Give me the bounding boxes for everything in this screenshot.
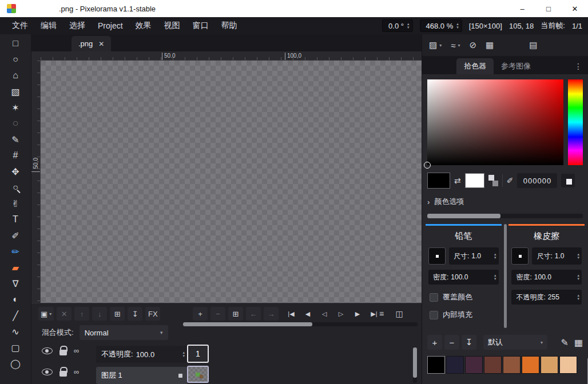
minimize-button[interactable]: – — [509, 0, 535, 17]
tool-bucket[interactable]: ∇ — [7, 276, 24, 291]
palette-swatch[interactable] — [559, 356, 577, 374]
layer-name-field[interactable]: 图层 1 — [96, 367, 188, 384]
menu-view[interactable]: 视图 — [158, 17, 186, 34]
eye-icon[interactable] — [42, 347, 53, 354]
timeline-vertical-scrollbar[interactable] — [413, 347, 417, 383]
tool-zoom[interactable]: ○ — [7, 180, 24, 195]
merge-layer-button[interactable]: ↧ — [128, 307, 142, 321]
remove-frame-button[interactable]: − — [210, 307, 225, 321]
pixel-perfect-icon[interactable]: ⊘ — [469, 40, 476, 50]
spin-down-icon[interactable]: ▾ — [577, 256, 579, 259]
move-frame-right-button[interactable]: → — [264, 307, 279, 321]
onion-settings-button[interactable]: ≡ — [374, 307, 389, 321]
kebab-menu-icon[interactable]: ⋮ — [574, 62, 588, 74]
spin-down-icon[interactable]: ▾ — [456, 26, 459, 29]
eraser-opacity-spinbox[interactable]: 不透明度: 255 ▴▾ — [511, 290, 582, 305]
brush-type-button[interactable] — [511, 247, 529, 265]
fill-inside-checkbox[interactable]: 内部填充 — [430, 310, 498, 320]
primary-color-swatch[interactable] — [427, 173, 450, 189]
tab-color-picker[interactable]: 拾色器 — [456, 58, 494, 74]
menu-edit[interactable]: 编辑 — [34, 17, 63, 34]
menu-help[interactable]: 帮助 — [215, 17, 244, 34]
color-mode-button[interactable] — [561, 174, 575, 187]
palette-swatch[interactable] — [427, 356, 445, 374]
maximize-button[interactable]: □ — [535, 0, 562, 17]
hex-color-input[interactable]: 000000 — [517, 173, 557, 188]
link-cels-icon[interactable]: ∞ — [74, 346, 79, 355]
menu-file[interactable]: 文件 — [6, 17, 34, 34]
tool-magic-wand[interactable]: ✶ — [7, 100, 24, 115]
color-cursor[interactable] — [424, 162, 431, 169]
vertical-ruler[interactable]: 50,0 — [31, 61, 41, 303]
onion-skinning-button[interactable]: ◫ — [392, 307, 407, 321]
move-frame-left-button[interactable]: ← — [246, 307, 261, 321]
symmetry-options-button[interactable]: ▨ ▾ — [429, 40, 442, 50]
remove-layer-button[interactable]: ✕ — [57, 307, 71, 321]
tool-pencil[interactable]: ✏ — [7, 244, 24, 259]
palette-swatch[interactable] — [484, 356, 502, 374]
next-frame-button[interactable]: ▶ — [351, 307, 364, 321]
edit-palette-icon[interactable]: ✎ — [561, 337, 568, 348]
add-palette-button[interactable]: + — [427, 335, 442, 350]
canvas-tab[interactable]: .png ✕ — [71, 36, 111, 51]
tool-eraser[interactable]: ▰ — [7, 260, 24, 275]
play-backwards-button[interactable]: ◁ — [317, 307, 331, 321]
palette-swatch[interactable] — [446, 356, 464, 374]
spin-down-icon[interactable]: ▾ — [407, 26, 410, 29]
play-button[interactable]: ▷ — [334, 307, 348, 321]
move-layer-up-button[interactable]: ↑ — [74, 307, 89, 321]
eye-icon[interactable] — [42, 369, 53, 375]
pencil-density-spinbox[interactable]: 密度: 100.0 ▴▾ — [428, 270, 499, 285]
spin-down-icon[interactable]: ▾ — [494, 277, 496, 281]
canvas[interactable] — [41, 61, 422, 303]
horizontal-ruler[interactable]: 50.0 100,0 — [41, 51, 422, 61]
dynamics-options-button[interactable]: ≈ ▾ — [451, 41, 460, 50]
eraser-density-spinbox[interactable]: 密度: 100.0 ▴▾ — [511, 270, 582, 285]
tab-reference-images[interactable]: 参考图像 — [494, 58, 538, 74]
eyedropper-icon[interactable]: ✐ — [507, 176, 514, 185]
scrollbar-thumb[interactable] — [413, 347, 417, 378]
palette-select[interactable]: 默认 ▾ — [483, 335, 547, 350]
tool-ellipse[interactable]: ◯ — [7, 356, 24, 371]
tool-select-by-color[interactable]: ▧ — [7, 84, 24, 99]
reset-colors-button[interactable] — [488, 175, 498, 186]
close-icon[interactable]: ✕ — [98, 40, 104, 48]
tool-rectangle-select[interactable]: □ — [7, 36, 24, 51]
tool-line[interactable]: ╱ — [7, 308, 24, 323]
clone-layer-button[interactable]: ⊞ — [110, 307, 125, 321]
tool-shading[interactable]: ◐ — [7, 292, 24, 307]
blend-mode-select[interactable]: Normal ▾ — [80, 325, 168, 340]
stamp-icon[interactable]: ▤ — [529, 40, 537, 50]
scrollbar-thumb[interactable] — [504, 224, 507, 328]
scrollbar-thumb[interactable] — [183, 322, 312, 326]
zoom-spinbox[interactable]: 468.0 % ▴▾ — [420, 19, 462, 32]
color-options-expander[interactable]: › 颜色选项 — [427, 197, 583, 207]
palette-swatch[interactable] — [522, 356, 539, 374]
palette-grid-icon[interactable]: ▦ — [574, 337, 583, 348]
add-layer-button[interactable]: ▣ ▾ — [38, 307, 54, 321]
spin-down-icon[interactable]: ▾ — [577, 277, 579, 281]
palette-swatch[interactable] — [503, 356, 521, 374]
tool-polygon-select[interactable]: ⌂ — [7, 68, 24, 83]
layer-opacity-spinbox[interactable]: 不透明度: 100.0 ▴▾ — [96, 346, 188, 363]
spin-down-icon[interactable]: ▾ — [577, 297, 579, 301]
layer-fx-button[interactable]: FX — [145, 307, 160, 321]
hue-slider[interactable] — [568, 79, 583, 165]
remove-palette-button[interactable]: − — [444, 335, 459, 350]
cel-thumbnail[interactable] — [187, 366, 209, 383]
tool-crop[interactable]: # — [7, 148, 24, 163]
move-layer-down-button[interactable]: ↓ — [92, 307, 107, 321]
previous-frame-button[interactable]: ◀ — [301, 307, 315, 321]
scrollbar-thumb[interactable] — [427, 214, 500, 218]
import-palette-button[interactable]: ↧ — [462, 335, 476, 350]
menu-select[interactable]: 选择 — [63, 17, 92, 34]
swap-colors-icon[interactable]: ⇄ — [454, 176, 461, 185]
menu-effects[interactable]: 效果 — [129, 17, 158, 34]
menu-window[interactable]: 窗口 — [186, 17, 215, 34]
alpha-checker-icon[interactable]: ▦ — [486, 40, 494, 50]
eraser-size-spinbox[interactable]: 尺寸: 1.0 ▴▾ — [532, 247, 582, 265]
tool-color-picker[interactable]: ✐ — [7, 228, 24, 243]
tool-rectangle[interactable]: ▢ — [7, 340, 24, 355]
palette-swatch[interactable] — [465, 356, 483, 374]
spin-down-icon[interactable]: ▾ — [182, 354, 185, 358]
